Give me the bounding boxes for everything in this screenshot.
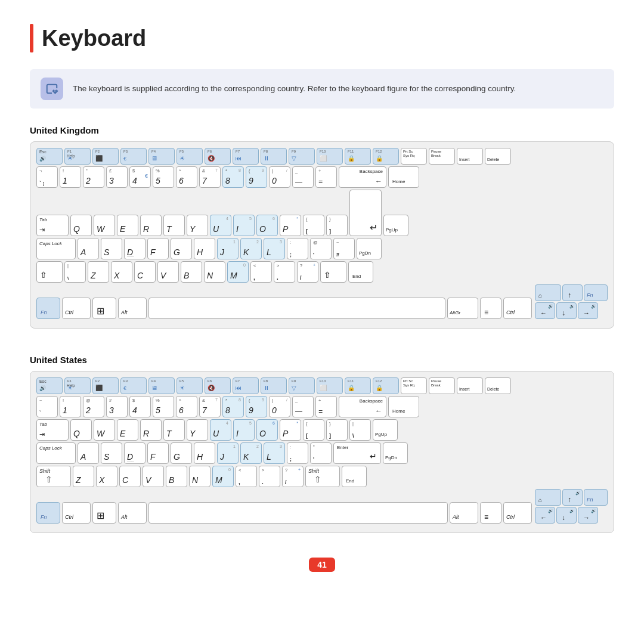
us-key-insert: Insert: [457, 377, 483, 394]
key-h: H: [194, 238, 215, 259]
us-key-lbracket: {[: [303, 419, 324, 441]
us-key-0: )/0: [269, 396, 290, 417]
us-key-f1: F1 Help ☀: [64, 377, 91, 394]
key-f12: F12 🔒: [373, 148, 399, 165]
us-key-quote: "': [310, 442, 332, 464]
us-key-5: %5: [153, 396, 174, 417]
key-ctrl-l: Ctrl: [62, 298, 91, 319]
us-key-x: X: [96, 466, 117, 487]
us-key-f8: F8 ⏸: [261, 377, 287, 394]
key-8: *88: [222, 166, 244, 188]
us-key-f10: F10 ⬜: [317, 377, 343, 394]
us-key-equals: +=: [315, 396, 337, 417]
key-menu: ≡: [480, 298, 501, 319]
uk-asdf-row: Caps Lock A S D___ F G H 1J 2K 3L :; @' …: [36, 238, 608, 259]
us-key-slash: ?+/: [282, 466, 304, 487]
us-key-pgup: PgUp: [373, 419, 398, 441]
us-key-backslash: |\: [349, 419, 371, 441]
key-r: R: [140, 215, 162, 236]
us-asdf-row: Caps Lock A S D___ F G H 1J 2K 3L :; "' …: [36, 442, 608, 464]
us-key-u: 4U: [210, 419, 231, 441]
key-semicolon: :;: [287, 238, 308, 259]
us-key-c: C: [119, 466, 141, 487]
key-fn: Fn: [36, 298, 60, 319]
key-prtsc: Prt Sc Sys Rq: [401, 148, 427, 165]
us-key-f: F: [147, 442, 169, 464]
key-f4: F4 🖥: [148, 148, 175, 165]
us-key-f11: F11 🔒: [345, 377, 371, 394]
key-quote: @': [310, 238, 332, 259]
key-l: 3L: [264, 238, 285, 259]
key-7: &77: [199, 166, 221, 188]
us-key-tab: Tab ⇥: [36, 419, 69, 441]
us-key-w: W: [94, 419, 115, 441]
key-o: 6O: [256, 215, 278, 236]
us-key-f5: F5 ☀: [177, 377, 203, 394]
key-m: 0M: [227, 261, 249, 283]
us-key-home: Home: [388, 396, 419, 417]
us-key-semicolon: :;: [287, 442, 308, 464]
key-c: C: [134, 261, 156, 283]
us-key-f4: F4 🖥: [148, 377, 175, 394]
key-3: £3: [106, 166, 128, 188]
us-key-prtsc: Prt Sc Sys Rq: [401, 377, 427, 394]
us-key-space: [148, 502, 448, 524]
key-left: ← 🔊: [535, 302, 555, 319]
us-num-row: ~` !1 @2 #3 $4 %5 ^6 &77 *88 (99 )/0 _— …: [36, 396, 608, 417]
key-s: S: [101, 238, 122, 259]
notice-box: The keyboard is supplied according to th…: [30, 69, 614, 109]
key-shift-r: ⇧: [320, 261, 346, 283]
page-number-value: 41: [309, 558, 335, 572]
key-alt: Alt: [118, 298, 147, 319]
key-f9: F9 ▽: [289, 148, 315, 165]
us-key-backspace: Backspace ←: [339, 396, 386, 417]
us-key-delete: Delete: [485, 377, 511, 394]
key-right: → 🔊: [578, 302, 598, 319]
us-key-ctrl-l: Ctrl: [62, 502, 91, 524]
us-key-pgdn: PgDn: [383, 442, 408, 464]
us-key-minus: _—: [292, 396, 314, 417]
page-title-block: Keyboard: [30, 24, 614, 52]
key-minus: _—: [292, 166, 314, 188]
us-key-l: 3L: [264, 442, 285, 464]
key-t: T: [163, 215, 185, 236]
key-down: ↓ 🔉: [556, 302, 577, 319]
key-5: %5: [153, 166, 174, 188]
us-key-g: G: [171, 442, 192, 464]
key-f5: F5 ☀: [177, 148, 203, 165]
key-altgr: AltGr: [447, 298, 478, 319]
us-key-3: #3: [106, 396, 128, 417]
us-key-f3: F3 €: [120, 377, 147, 394]
us-key-right: → 🔊: [578, 507, 598, 524]
us-key-win: ⊞: [92, 502, 116, 524]
us-key-6: ^6: [176, 396, 197, 417]
us-key-alt: Alt: [118, 502, 147, 524]
us-key-s: S: [101, 442, 122, 464]
key-rbracket: }]: [326, 215, 348, 236]
us-key-j: 1J: [217, 442, 239, 464]
us-key-h: H: [194, 442, 215, 464]
key-d: D___: [124, 238, 145, 259]
key-i: 5I: [233, 215, 255, 236]
key-slash: ?+/: [297, 261, 318, 283]
key-a: A: [78, 238, 99, 259]
key-win: ⊞: [92, 298, 116, 319]
key-z: Z: [88, 261, 109, 283]
section-uk: United Kingdom Esc 🔊 F1 Help ☀ F2 ⬛ F3 €…: [30, 125, 614, 343]
key-f10: F10 ⬜: [317, 148, 343, 165]
key-tab: Tab ⇥: [36, 215, 69, 236]
key-home-nav: ⌂: [535, 284, 561, 301]
us-key-4: $4: [129, 396, 151, 417]
key-esc: Esc 🔊: [36, 148, 63, 165]
key-lbracket: {[: [303, 215, 324, 236]
us-key-8: *88: [222, 396, 244, 417]
us-key-d: D___: [124, 442, 145, 464]
key-comma: <,: [250, 261, 272, 283]
us-key-1: !1: [60, 396, 81, 417]
key-f7: F7 ⏮: [233, 148, 259, 165]
us-key-7: &77: [199, 396, 221, 417]
key-n: N: [204, 261, 225, 283]
key-home: Home: [388, 166, 419, 188]
key-pgup: PgUp: [383, 215, 408, 236]
us-key-comma: <,: [236, 466, 257, 487]
